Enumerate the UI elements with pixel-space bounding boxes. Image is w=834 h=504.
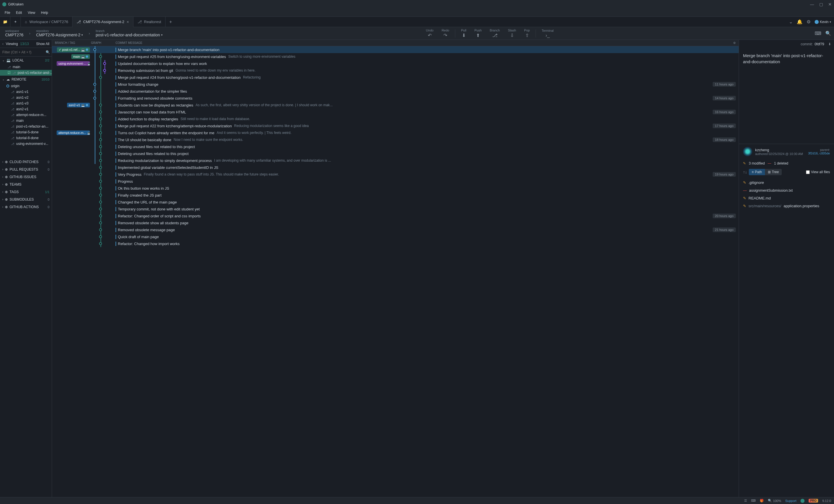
stash-button[interactable]: Stash⇩ [504,28,520,38]
file-row[interactable]: ✎.gitignore [743,179,830,186]
section-local[interactable]: ⌄💻 LOCAL 2/2 [0,56,52,64]
file-row[interactable]: —assignmentSubmission.txt [743,186,830,194]
sidebar-remote-branch[interactable]: ⎇ asn1-v1 [0,89,52,95]
commit-row[interactable]: asn2-v1 💻 Students can now be displayed … [52,101,739,109]
minimize-button[interactable]: — [810,2,814,7]
redo-button[interactable]: Redo↷ [438,28,453,38]
view-all-checkbox[interactable] [806,170,810,174]
commit-row[interactable]: Added documentation for the simpler file… [52,88,739,95]
sidebar-remote-branch[interactable]: ⎇ post-v1-refactor-an... [0,123,52,129]
keyboard-icon[interactable]: ⌨ [751,499,756,503]
commit-row[interactable]: Merge pull request #24 from kzcheng/post… [52,74,739,81]
close-icon[interactable]: × [127,20,129,24]
view-tree-button[interactable]: ⊞Tree [765,169,782,175]
commit-row[interactable]: ✓ post-v1-ref... 💻 Merge branch 'main' i… [52,46,739,53]
sidebar-remote-branch[interactable]: ⎇ asn2-v1 [0,106,52,112]
maximize-button[interactable]: ▢ [819,2,823,7]
branch-tag[interactable]: ✓ post-v1-ref... 💻 [57,47,90,52]
sidebar-remote-branch[interactable]: ⎇ asn1-v2 [0,95,52,100]
open-folder-icon[interactable]: 📁 [0,17,10,27]
sidebar-local-branch[interactable]: ☑ ⎇ post-v1-refactor-and-... [0,70,52,76]
push-button[interactable]: Push⬆ [471,28,485,38]
commit-row[interactable]: Temporary commit, not done with edit stu… [52,206,739,212]
commit-row[interactable]: Changed the URL of the main page [52,199,739,206]
section-teams[interactable]: ›⊕TEAMS [0,181,52,188]
commit-row[interactable]: Very ProgressFinally found a clean way t… [52,171,739,178]
download-icon[interactable]: ⬇ [828,42,831,46]
support-link[interactable]: Support [785,499,796,503]
graph-options-icon[interactable]: ⚙ [730,41,739,44]
commit-row[interactable]: Refactor: Changed order of script and cs… [52,212,739,220]
commit-row[interactable]: The UI should be basically doneNow I nee… [52,136,739,143]
view-path-button[interactable]: ≡Path [749,169,765,175]
commit-row[interactable]: Ok this button now works in JS [52,185,739,192]
branch-tag[interactable]: using-evironment-... 💻 [57,61,90,66]
close-button[interactable]: ✕ [828,2,832,7]
commit-row[interactable]: Implemented global variable currentSelec… [52,164,739,171]
sort-icon[interactable]: ↑↓ [743,170,747,174]
filter-input[interactable] [2,50,46,54]
sidebar-remote-branch[interactable]: ⎇ using-evironment-v... [0,141,52,147]
pull-button[interactable]: Pull⬇ [458,28,470,38]
view-all-files[interactable]: View all files [806,170,830,174]
tab-repo[interactable]: ⎇ Realtorest [133,17,166,27]
settings-icon[interactable]: ⚙ [807,19,811,25]
menu-view[interactable]: View [25,9,38,16]
commit-row[interactable]: Progress [52,178,739,185]
undo-button[interactable]: Undo↶ [422,28,437,38]
search-icon[interactable]: 🔍 [825,30,831,36]
sidebar-remote-branch[interactable]: ⎇ main [0,118,52,123]
commit-row[interactable]: Added function to display rectanglesStil… [52,115,739,122]
sidebar-remote-branch[interactable]: ⎇ tutorial-8-done [0,135,52,141]
section-remote[interactable]: ⌄☁ REMOTE 10/10 [0,76,52,83]
search-icon[interactable]: 🔍 [46,50,50,54]
terminal-button[interactable]: Terminal›_ [538,29,557,38]
gk-icon[interactable] [800,499,805,503]
zoom-control[interactable]: 🔍 100% [768,499,781,503]
notifications-icon[interactable]: 🔔 [797,19,803,25]
commit-row[interactable]: Refactor: Changed how import works [52,240,739,247]
menu-file[interactable]: File [2,9,13,16]
tab-repo-active[interactable]: ⎇ CMPT276-Assignment-2 × [72,17,133,27]
commit-row[interactable]: Finally created the JS part [52,192,739,199]
branch-button[interactable]: Branch⎇ [486,28,503,38]
crumb-branch[interactable]: branch post-v1-refactor-and-documentatio… [93,29,165,37]
pro-badge[interactable]: PRO [809,499,818,503]
file-row[interactable]: ✎README.md [743,194,830,202]
commit-row[interactable]: Merge pull request #22 from kzcheng/atte… [52,122,739,129]
commit-row[interactable]: main 💻 Merge pull request #25 from kzche… [52,53,739,60]
back-button[interactable]: ‹ [2,42,3,46]
section-github-issues[interactable]: ›⊕GITHUB ISSUES [0,173,52,181]
commit-graph[interactable]: ✓ post-v1-ref... 💻 Merge branch 'main' i… [52,46,739,497]
show-all-button[interactable]: Show All [36,42,49,46]
crumb-workspace[interactable]: workspace CMPT276 [3,29,26,37]
menu-help[interactable]: Help [38,9,51,16]
tab-workspace[interactable]: ⌂ Workspace / CMPT276 [21,17,72,27]
commit-row[interactable]: Removed obsolete show all students page [52,220,739,226]
commit-row[interactable]: using-evironment-... 💻 Updated documenta… [52,60,739,67]
commit-row[interactable]: Formatting and removed obsolete comments… [52,95,739,101]
gift-icon[interactable]: 🎁 [760,499,764,503]
sidebar-remote-branch[interactable]: ⎇ tutorial-5-done [0,129,52,135]
add-tab-button[interactable]: + [166,19,176,25]
section-pull-requests[interactable]: ›⊕PULL REQUESTS0 [0,166,52,173]
sidebar-remote-branch[interactable]: ⎇ asn1-v3 [0,100,52,106]
section-cloud-patches[interactable]: ›⊕CLOUD PATCHES0 [0,158,52,166]
commit-row[interactable]: Reducing modularization to simply develo… [52,157,739,164]
pop-button[interactable]: Pop⇧ [521,28,533,38]
file-row[interactable]: ✎src/main/resources/application.properti… [743,202,830,210]
remote-origin[interactable]: origin [0,83,52,89]
menu-edit[interactable]: Edit [13,9,25,16]
branch-tag[interactable]: asn2-v1 💻 [67,103,90,107]
keyboard-icon[interactable]: ⌨ [815,30,821,36]
commit-hash[interactable]: 0fdf79 [815,42,824,46]
list-icon[interactable]: ☰ [744,499,747,503]
commit-row[interactable]: Javascript can now load data from HTML16… [52,109,739,115]
user-menu[interactable]: Kevin ▾ [815,20,831,24]
sidebar-remote-branch[interactable]: ⎇ attempt-reduce-m... [0,112,52,118]
branch-tag[interactable]: main 💻 [71,54,90,59]
section-tags[interactable]: ›⊕TAGS1/1 [0,188,52,196]
commit-row[interactable]: Removing submission txt from gitGonna ne… [52,67,739,74]
chevron-down-icon[interactable]: ⌄ [789,19,793,25]
section-github-actions[interactable]: ›⊕GITHUB ACTIONS0 [0,203,52,211]
